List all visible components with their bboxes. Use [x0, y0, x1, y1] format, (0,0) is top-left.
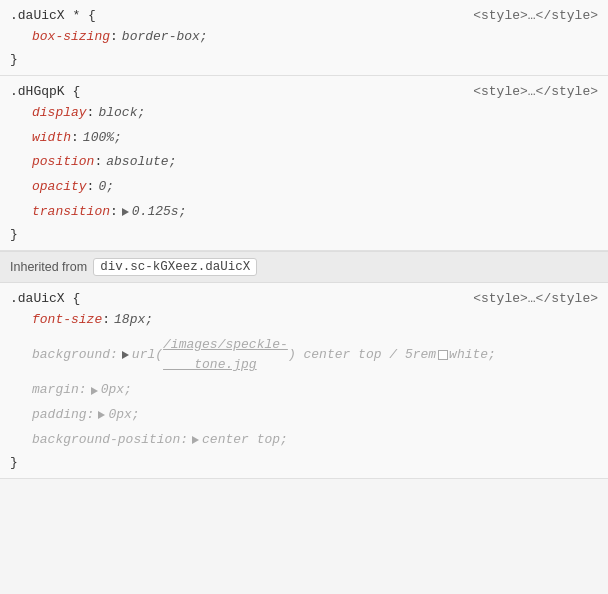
prop-name-padding: padding — [32, 405, 87, 426]
block1-selector: .daUicX * { — [10, 8, 96, 23]
block2-selector: .dHGqpK { — [10, 84, 80, 99]
css-block-2: .dHGqpK { <style>…</style> display: bloc… — [0, 76, 608, 251]
rule-margin: margin: 0px; — [0, 378, 608, 403]
prop-name-font-size: font-size — [32, 310, 102, 331]
prop-value-background-position: center top; — [202, 430, 288, 451]
rule-display: display: block; — [0, 101, 608, 126]
prop-value-position: absolute; — [106, 152, 176, 173]
prop-name-display: display — [32, 103, 87, 124]
prop-value-padding: 0px; — [108, 405, 139, 426]
prop-name-margin: margin — [32, 380, 79, 401]
prop-name-opacity: opacity — [32, 177, 87, 198]
prop-value-box-sizing: border-box; — [122, 27, 208, 48]
triangle-icon-margin[interactable] — [91, 387, 98, 395]
prop-value-transition: 0.125s; — [132, 202, 187, 223]
inherited-class-badge[interactable]: div.sc-kGXeez.daUicX — [93, 258, 257, 276]
triangle-icon-bg-position[interactable] — [192, 436, 199, 444]
prop-value-margin: 0px; — [101, 380, 132, 401]
prop-value-opacity: 0; — [98, 177, 114, 198]
triangle-icon-padding[interactable] — [98, 411, 105, 419]
prop-value-background-rest: ) center top / 5rem — [288, 345, 436, 366]
css-block-4: .daUicX { <style>…</style> font-size: 18… — [0, 283, 608, 479]
color-swatch-white — [438, 350, 448, 360]
prop-name-background: background — [32, 345, 110, 366]
css-block-1: .daUicX * { <style>…</style> box-sizing:… — [0, 0, 608, 76]
rule-background-position: background-position: center top; — [0, 428, 608, 453]
triangle-icon-background[interactable] — [122, 351, 129, 359]
prop-value-width: 100%; — [83, 128, 122, 149]
prop-value-background-url-pre: url( — [132, 345, 163, 366]
prop-value-background-white: white; — [449, 345, 496, 366]
rule-width: width: 100%; — [0, 126, 608, 151]
block4-header: .daUicX { <style>…</style> — [0, 289, 608, 308]
background-url-link[interactable]: /images/speckle- tone.jpg — [163, 335, 288, 377]
prop-value-display: block; — [98, 103, 145, 124]
block4-selector: .daUicX { — [10, 291, 80, 306]
prop-name-transition: transition — [32, 202, 110, 223]
rule-position: position: absolute; — [0, 150, 608, 175]
css-inspector-panel: .daUicX * { <style>…</style> box-sizing:… — [0, 0, 608, 479]
block1-source[interactable]: <style>…</style> — [473, 8, 598, 23]
prop-name-box-sizing: box-sizing — [32, 27, 110, 48]
block1-header: .daUicX * { <style>…</style> — [0, 6, 608, 25]
rule-box-sizing: box-sizing: border-box; — [0, 25, 608, 50]
rule-padding: padding: 0px; — [0, 403, 608, 428]
block1-close-brace: } — [0, 50, 608, 69]
rule-opacity: opacity: 0; — [0, 175, 608, 200]
triangle-icon-transition[interactable] — [122, 208, 129, 216]
prop-name-background-position: background-position — [32, 430, 180, 451]
rule-background: background: url(/images/speckle- tone.jp… — [0, 333, 608, 379]
prop-value-font-size: 18px; — [114, 310, 153, 331]
inherited-from-bar: Inherited from div.sc-kGXeez.daUicX — [0, 251, 608, 283]
prop-name-width: width — [32, 128, 71, 149]
rule-font-size: font-size: 18px; — [0, 308, 608, 333]
block4-source[interactable]: <style>…</style> — [473, 291, 598, 306]
block2-close-brace: } — [0, 225, 608, 244]
block2-source[interactable]: <style>…</style> — [473, 84, 598, 99]
block4-close-brace: } — [0, 453, 608, 472]
block2-header: .dHGqpK { <style>…</style> — [0, 82, 608, 101]
inherited-label: Inherited from — [10, 260, 87, 274]
rule-transition: transition: 0.125s; — [0, 200, 608, 225]
prop-name-position: position — [32, 152, 94, 173]
